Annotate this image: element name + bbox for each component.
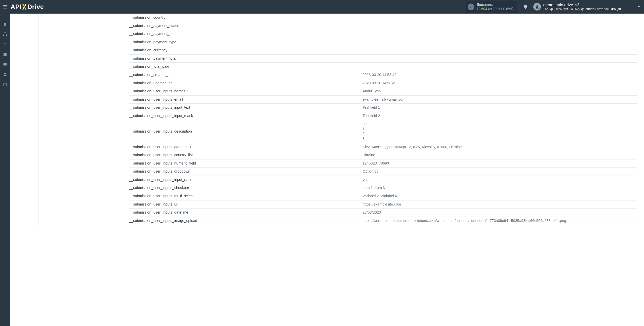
field-row: __submission_payment_type <box>129 38 637 46</box>
field-key: __submission_user_inputs_address_1 <box>129 143 363 151</box>
user-name: demo_apix-drive_s3 <box>543 3 621 7</box>
field-value <box>363 22 637 30</box>
field-value: Option 33 <box>363 168 637 176</box>
field-key: __submission_country <box>129 14 363 22</box>
field-row: __submission_payment_total <box>129 54 637 63</box>
field-value: Andrii Tyhai <box>363 87 637 96</box>
actions-count: 12'604 <box>477 7 487 11</box>
field-value: Kiev, Александра Кошица 12, Kiev, Kievsk… <box>363 143 637 151</box>
field-key: __submission_total_paid <box>129 63 363 71</box>
svg-point-10 <box>5 85 5 86</box>
avatar-icon <box>533 3 541 11</box>
field-value <box>363 54 637 63</box>
svg-rect-4 <box>5 32 6 33</box>
field-row: __submission_user_inputs_numeric_field12… <box>129 159 637 168</box>
sidebar-home-icon[interactable] <box>0 19 10 29</box>
field-row: __submission_country <box>129 14 637 22</box>
field-row: __submission_currency <box>129 46 637 55</box>
field-value: Item 1, Item 3 <box>363 184 637 192</box>
field-value <box>363 30 637 38</box>
field-key: __submission_user_inputs_checkbox <box>129 184 363 192</box>
field-value: comments 1 2 3 <box>363 120 637 143</box>
actions-counter[interactable]: i Действия: 12'604 из 200'000 (6%) <box>466 1 517 13</box>
actions-limit: 200'000 <box>493 7 505 11</box>
svg-rect-5 <box>3 35 5 36</box>
sidebar-video-icon[interactable] <box>0 59 10 69</box>
svg-rect-1 <box>3 7 8 7</box>
field-row: __submission_user_inputs_urlhttps://exam… <box>129 200 637 209</box>
user-menu[interactable]: demo_apix-drive_s3 Тариф |Премиум EXTRA|… <box>533 3 641 11</box>
info-icon: i <box>468 4 474 10</box>
actions-percent: (6%) <box>506 7 514 11</box>
main-content: __submission_country__submission_payment… <box>10 14 644 326</box>
field-row: __submission_updated_at2023-03-20 14:58:… <box>129 79 637 87</box>
field-key: __submission_user_inputs_email <box>129 95 363 104</box>
logo-x-icon <box>22 4 27 10</box>
field-key: __submission_user_inputs_country_list <box>129 151 363 159</box>
field-row: __submission_user_inputs_names_2Andrii T… <box>129 87 637 96</box>
topbar: APIDrive i Действия: 12'604 из 200'000 (… <box>0 0 644 14</box>
sidebar-billing-icon[interactable] <box>0 39 10 49</box>
field-value: 1245323478690 <box>363 159 637 168</box>
field-value <box>363 38 637 46</box>
actions-label: Действия: <box>477 3 514 7</box>
notifications-button[interactable] <box>521 3 530 11</box>
field-row: __submission_user_inputs_dropdownOption … <box>129 168 637 176</box>
field-key: __submission_user_inputs_numeric_field <box>129 159 363 168</box>
field-value <box>363 14 637 22</box>
menu-button[interactable] <box>2 3 9 11</box>
field-value: 2023-03-20 14:58:49 <box>363 71 637 79</box>
field-row: __submission_user_inputs_input_radioyes <box>129 176 637 184</box>
actions-separator: из <box>488 7 492 11</box>
field-value <box>363 63 637 71</box>
field-key: __submission_user_inputs_description <box>129 120 363 143</box>
field-value: https://wordpress-demo.apicomsolutions.c… <box>363 217 637 225</box>
field-row: __submission_user_inputs_multi_selectVar… <box>129 192 637 200</box>
field-row: __submission_user_inputs_emailexampleema… <box>129 95 637 104</box>
sidebar-account-icon[interactable] <box>0 69 10 79</box>
field-key: __submission_currency <box>129 46 363 55</box>
field-row: __submission_user_inputs_address_1Kiev, … <box>129 143 637 151</box>
svg-rect-0 <box>3 5 8 6</box>
field-value: exampleemail@gmail.com <box>363 95 637 104</box>
submission-fields-table: __submission_country__submission_payment… <box>129 14 637 225</box>
field-key: __submission_user_inputs_dropdown <box>129 168 363 176</box>
field-key: __submission_payment_type <box>129 38 363 46</box>
field-value: yes <box>363 176 637 184</box>
field-key: __submission_payment_status <box>129 22 363 30</box>
svg-point-3 <box>536 5 538 7</box>
field-row: __submission_user_inputs_country_listUkr… <box>129 151 637 159</box>
field-row: __submission_payment_method <box>129 30 637 38</box>
field-key: __submission_user_inputs_input_radio <box>129 176 363 184</box>
field-value <box>363 46 637 55</box>
sidebar-connections-icon[interactable] <box>0 29 10 39</box>
field-key: __submission_user_inputs_input_mask <box>129 112 363 120</box>
sidebar-briefcase-icon[interactable] <box>0 49 10 59</box>
svg-rect-2 <box>3 8 8 9</box>
field-value: Variabel 2, Variabel 4 <box>363 192 637 200</box>
user-plan: Тариф |Премиум EXTRA| до оплаты осталось… <box>543 7 621 11</box>
field-row: __submission_user_inputs_datetime23/03/2… <box>129 209 637 217</box>
field-row: __submission_user_inputs_descriptioncomm… <box>129 120 637 143</box>
field-key: __submission_user_inputs_url <box>129 200 363 209</box>
svg-point-8 <box>4 73 6 74</box>
field-row: __submission_user_inputs_input_maskTest … <box>129 112 637 120</box>
field-key: __submission_user_inputs_image_upload <box>129 217 363 225</box>
sidebar-help-icon[interactable] <box>0 79 10 90</box>
field-key: __submission_updated_at <box>129 79 363 87</box>
field-value: Test field 1 <box>363 104 637 112</box>
field-key: __submission_user_inputs_input_text <box>129 104 363 112</box>
field-key: __submission_user_inputs_multi_select <box>129 192 363 200</box>
field-key: __submission_created_at <box>129 71 363 79</box>
field-value: 23/03/2023 <box>363 209 637 217</box>
field-key: __submission_payment_total <box>129 54 363 63</box>
logo[interactable]: APIDrive <box>11 3 44 11</box>
field-key: __submission_payment_method <box>129 30 363 38</box>
field-row: __submission_user_inputs_checkboxItem 1,… <box>129 184 637 192</box>
field-row: __submission_user_inputs_image_uploadhtt… <box>129 217 637 225</box>
svg-rect-6 <box>6 35 7 36</box>
sidebar <box>0 14 10 326</box>
field-row: __submission_created_at2023-03-20 14:58:… <box>129 71 637 79</box>
field-row: __submission_total_paid <box>129 63 637 71</box>
chevron-down-icon <box>636 4 641 10</box>
